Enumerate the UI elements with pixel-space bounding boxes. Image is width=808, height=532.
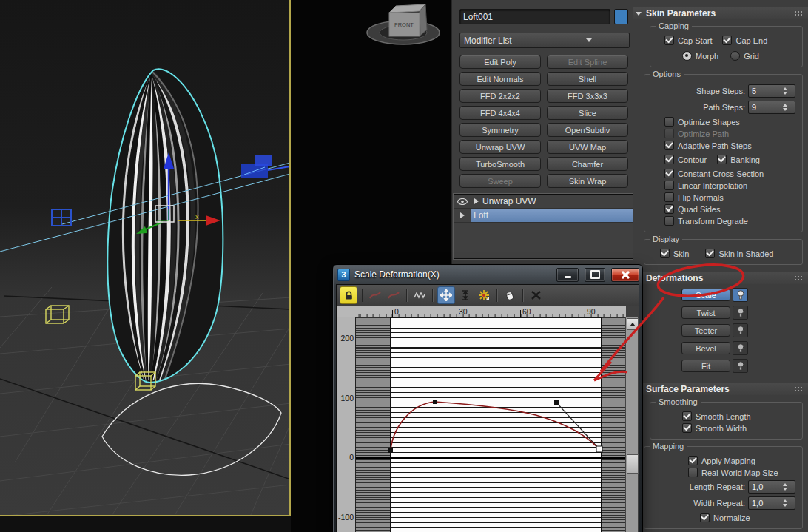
stack-row-loft[interactable]: Loft — [454, 209, 633, 223]
control-point[interactable] — [433, 400, 437, 404]
rollout-header-deformations[interactable]: Deformations — [633, 272, 808, 284]
length-repeat-label: Length Repeat: — [690, 482, 745, 491]
maximize-button[interactable] — [585, 268, 605, 282]
scale-curve[interactable] — [356, 317, 628, 532]
viewcube-graphic: FRONT — [365, 1, 442, 49]
modifier-button-sweep[interactable]: Sweep — [459, 174, 541, 188]
checkbox-normalize[interactable]: Normalize — [700, 513, 800, 522]
checkbox-adaptive-path-steps[interactable]: Adaptive Path Steps — [664, 141, 800, 150]
path-start-marker[interactable] — [52, 209, 71, 226]
length-repeat-spinner[interactable]: 1,0 — [748, 480, 795, 494]
checkbox-apply-mapping[interactable]: Apply Mapping — [688, 456, 800, 465]
display-y-axis-icon[interactable] — [386, 287, 402, 303]
viewcube[interactable]: FRONT — [365, 1, 442, 49]
modifier-button-edit-poly[interactable]: Edit Poly — [459, 55, 541, 69]
checkbox-smooth-width[interactable]: Smooth Width — [682, 423, 800, 433]
modifier-button-uvw-map[interactable]: UVW Map — [547, 140, 628, 154]
modifier-button-skin-wrap[interactable]: Skin Wrap — [547, 174, 628, 188]
deformation-button-teeter[interactable]: Teeter — [681, 324, 730, 337]
enable-deformation-bulb-icon[interactable] — [733, 341, 748, 355]
checkbox-contour[interactable]: Contour — [664, 155, 707, 164]
modifier-button-edit-spline[interactable]: Edit Spline — [547, 55, 628, 69]
checkbox-optimize-path[interactable]: Optimize Path — [664, 129, 800, 138]
delete-control-point-icon[interactable] — [502, 287, 518, 303]
shape-steps-spinner[interactable]: 5 — [748, 84, 795, 98]
insert-corner-point-icon[interactable] — [476, 287, 492, 303]
modifier-button-unwrap-uvw[interactable]: Unwrap UVW — [459, 140, 541, 154]
checkbox-transform-degrade[interactable]: Transform Degrade — [664, 216, 800, 226]
make-symmetrical-icon[interactable] — [340, 286, 357, 304]
control-point[interactable] — [388, 448, 393, 453]
scale-control-point-icon[interactable] — [457, 287, 474, 303]
loft-seed-mesh[interactable] — [107, 69, 223, 383]
bezier-handle-point[interactable] — [554, 400, 559, 405]
modifier-button-turbosmooth[interactable]: TurboSmooth — [459, 157, 541, 171]
path-steps-spinner[interactable]: 9 — [748, 101, 795, 114]
modifier-button-edit-normals[interactable]: Edit Normals — [459, 72, 541, 86]
spinner-arrows-icon[interactable] — [772, 101, 795, 113]
checkbox-cap-start[interactable]: Cap Start — [664, 36, 712, 45]
checkbox-real-world-map-size[interactable]: Real-World Map Size — [688, 468, 800, 477]
modifier-button-chamfer[interactable]: Chamfer — [547, 157, 628, 171]
checkbox-cap-end[interactable]: Cap End — [722, 36, 767, 45]
scale-deformation-window[interactable]: 3 Scale Deformation(X) — [332, 264, 643, 532]
deformation-button-twist[interactable]: Twist — [681, 306, 730, 319]
radio-morph[interactable]: Morph — [682, 51, 718, 61]
blue-gizmo-cluster[interactable] — [241, 155, 290, 178]
modifier-button-ffd-4x4x4[interactable]: FFD 4x4x4 — [459, 106, 541, 120]
modifier-button-opensubdiv[interactable]: OpenSubdiv — [547, 123, 628, 137]
object-color-swatch[interactable] — [614, 9, 628, 24]
swap-deform-curves-icon[interactable] — [411, 287, 428, 303]
deformation-button-bevel[interactable]: Bevel — [681, 342, 730, 354]
group-title: Options — [650, 70, 684, 78]
spinner-arrows-icon[interactable] — [772, 85, 795, 97]
curve-plot-area[interactable] — [355, 317, 626, 532]
scroll-up-arrow-icon[interactable] — [627, 318, 639, 330]
modifier-button-symmetry[interactable]: Symmetry — [459, 123, 541, 137]
reset-curve-icon[interactable] — [528, 287, 544, 303]
spinner-arrows-icon[interactable] — [772, 497, 795, 509]
modifier-button-ffd-2x2x2[interactable]: FFD 2x2x2 — [459, 89, 541, 103]
expand-arrow-icon[interactable] — [454, 209, 471, 222]
control-point-selected[interactable] — [596, 446, 602, 452]
modifier-button-shell[interactable]: Shell — [547, 72, 628, 86]
deformation-toolbar — [337, 285, 639, 306]
visibility-eye-icon[interactable] — [454, 195, 471, 208]
deformation-curve[interactable] — [391, 402, 599, 451]
object-name-field[interactable] — [459, 9, 610, 24]
width-repeat-spinner[interactable]: 1,0 — [748, 496, 795, 510]
checkbox-banking[interactable]: Banking — [717, 155, 760, 164]
display-x-axis-icon[interactable] — [367, 287, 383, 303]
spinner-arrows-icon[interactable] — [772, 481, 795, 493]
checkbox-skin[interactable]: Skin — [660, 249, 689, 258]
dummy-helper-left[interactable] — [46, 306, 69, 323]
checkbox-optimize-shapes[interactable]: Optimize Shapes — [664, 117, 800, 127]
enable-deformation-bulb-icon[interactable] — [733, 288, 748, 302]
modifier-button-slice[interactable]: Slice — [547, 106, 628, 120]
radio-grid[interactable]: Grid — [730, 51, 759, 61]
viewport-3d[interactable]: x — [0, 0, 291, 516]
modifier-list-dropdown[interactable]: Modifier List — [459, 33, 630, 48]
modifier-button-ffd-3x3x3[interactable]: FFD 3x3x3 — [547, 89, 628, 103]
enable-deformation-bulb-icon[interactable] — [733, 359, 748, 373]
enable-deformation-bulb-icon[interactable] — [733, 306, 748, 320]
checkbox-flip-normals[interactable]: Flip Normals — [664, 192, 800, 202]
rollout-header-skin-parameters[interactable]: Skin Parameters — [633, 7, 808, 19]
checkbox-constant-cross-section[interactable]: Constant Cross-Section — [664, 169, 800, 178]
checkbox-smooth-length[interactable]: Smooth Length — [682, 411, 800, 421]
minimize-button[interactable] — [556, 268, 579, 282]
scrollbar-thumb[interactable] — [627, 454, 639, 474]
checkbox-quad-sides[interactable]: Quad Sides — [664, 204, 800, 214]
deformation-button-scale[interactable]: Scale — [681, 289, 730, 301]
window-title-bar[interactable]: 3 Scale Deformation(X) — [333, 265, 642, 283]
move-control-point-icon[interactable] — [437, 286, 455, 304]
checkbox-linear-interpolation[interactable]: Linear Interpolation — [664, 181, 800, 190]
enable-deformation-bulb-icon[interactable] — [733, 323, 748, 337]
expand-arrow-icon[interactable] — [474, 198, 479, 204]
graph-vertical-scrollbar[interactable] — [625, 317, 638, 532]
checkbox-skin-in-shaded[interactable]: Skin in Shaded — [705, 249, 773, 258]
stack-row-unwrap-uvw[interactable]: Unwrap UVW — [454, 195, 633, 209]
close-button[interactable] — [611, 268, 639, 282]
rollout-header-surface-parameters[interactable]: Surface Parameters — [633, 383, 808, 395]
deformation-button-fit[interactable]: Fit — [681, 360, 730, 372]
